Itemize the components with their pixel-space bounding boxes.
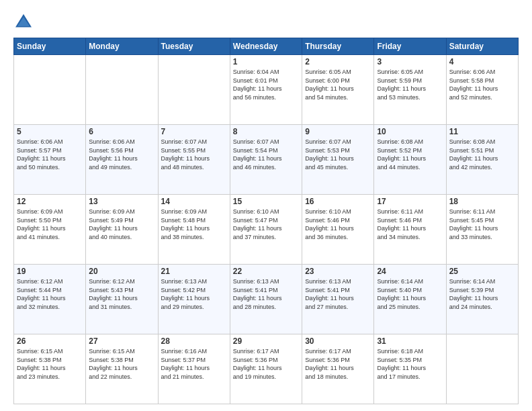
day-number: 25 [449, 267, 515, 276]
day-number: 6 [89, 127, 154, 136]
calendar-cell: 5Sunrise: 6:06 AMSunset: 5:57 PMDaylight… [14, 125, 86, 195]
calendar-cell: 27Sunrise: 6:15 AMSunset: 5:38 PMDayligh… [86, 334, 158, 404]
logo-icon [13, 12, 34, 32]
logo [13, 12, 36, 32]
day-info: Sunrise: 6:10 AMSunset: 5:47 PMDaylight:… [233, 208, 299, 241]
calendar-cell [158, 55, 230, 125]
day-number: 27 [89, 336, 154, 346]
week-row-3: 19Sunrise: 6:12 AMSunset: 5:44 PMDayligh… [14, 265, 519, 334]
day-number: 1 [233, 57, 299, 66]
header-row: SundayMondayTuesdayWednesdayThursdayFrid… [14, 38, 519, 55]
calendar-cell: 30Sunrise: 6:17 AMSunset: 5:36 PMDayligh… [302, 334, 374, 404]
header-day-monday: Monday [86, 38, 158, 55]
day-info: Sunrise: 6:15 AMSunset: 5:38 PMDaylight:… [17, 347, 83, 381]
day-info: Sunrise: 6:05 AMSunset: 5:59 PMDaylight:… [377, 68, 443, 101]
calendar-cell: 12Sunrise: 6:09 AMSunset: 5:50 PMDayligh… [14, 195, 86, 265]
day-number: 2 [305, 57, 371, 66]
calendar-header: SundayMondayTuesdayWednesdayThursdayFrid… [14, 38, 519, 55]
calendar-cell: 21Sunrise: 6:13 AMSunset: 5:42 PMDayligh… [158, 265, 230, 334]
calendar-cell: 22Sunrise: 6:13 AMSunset: 5:41 PMDayligh… [230, 265, 302, 334]
calendar-cell [446, 334, 518, 404]
day-info: Sunrise: 6:06 AMSunset: 5:56 PMDaylight:… [89, 138, 154, 171]
day-info: Sunrise: 6:08 AMSunset: 5:52 PMDaylight:… [377, 138, 443, 171]
day-info: Sunrise: 6:04 AMSunset: 6:01 PMDaylight:… [233, 68, 299, 101]
day-info: Sunrise: 6:11 AMSunset: 5:45 PMDaylight:… [449, 208, 515, 241]
day-number: 5 [17, 127, 83, 136]
calendar-cell: 17Sunrise: 6:11 AMSunset: 5:46 PMDayligh… [374, 195, 446, 265]
day-info: Sunrise: 6:06 AMSunset: 5:57 PMDaylight:… [17, 138, 83, 171]
header-day-sunday: Sunday [14, 38, 86, 55]
day-number: 9 [305, 127, 371, 136]
day-number: 18 [449, 197, 515, 206]
day-number: 3 [377, 57, 443, 66]
calendar-cell: 16Sunrise: 6:10 AMSunset: 5:46 PMDayligh… [302, 195, 374, 265]
day-info: Sunrise: 6:18 AMSunset: 5:35 PMDaylight:… [377, 347, 443, 381]
calendar-cell: 6Sunrise: 6:06 AMSunset: 5:56 PMDaylight… [86, 125, 158, 195]
day-number: 28 [161, 336, 227, 346]
header-day-friday: Friday [374, 38, 446, 55]
day-number: 19 [17, 267, 83, 276]
day-number: 24 [377, 267, 443, 276]
calendar-cell: 4Sunrise: 6:06 AMSunset: 5:58 PMDaylight… [446, 55, 518, 125]
week-row-2: 12Sunrise: 6:09 AMSunset: 5:50 PMDayligh… [14, 195, 519, 265]
header-day-thursday: Thursday [302, 38, 374, 55]
calendar-cell [86, 55, 158, 125]
calendar-cell: 8Sunrise: 6:07 AMSunset: 5:54 PMDaylight… [230, 125, 302, 195]
week-row-0: 1Sunrise: 6:04 AMSunset: 6:01 PMDaylight… [14, 55, 519, 125]
header [13, 12, 519, 32]
day-number: 11 [449, 127, 515, 136]
day-number: 7 [161, 127, 227, 136]
calendar-cell: 29Sunrise: 6:17 AMSunset: 5:36 PMDayligh… [230, 334, 302, 404]
calendar-cell: 31Sunrise: 6:18 AMSunset: 5:35 PMDayligh… [374, 334, 446, 404]
calendar-cell: 11Sunrise: 6:08 AMSunset: 5:51 PMDayligh… [446, 125, 518, 195]
calendar-cell: 7Sunrise: 6:07 AMSunset: 5:55 PMDaylight… [158, 125, 230, 195]
day-number: 16 [305, 197, 371, 206]
day-info: Sunrise: 6:17 AMSunset: 5:36 PMDaylight:… [305, 347, 371, 381]
page: SundayMondayTuesdayWednesdayThursdayFrid… [0, 0, 532, 411]
day-info: Sunrise: 6:12 AMSunset: 5:44 PMDaylight:… [17, 277, 83, 311]
calendar-cell: 28Sunrise: 6:16 AMSunset: 5:37 PMDayligh… [158, 334, 230, 404]
day-info: Sunrise: 6:09 AMSunset: 5:48 PMDaylight:… [161, 208, 227, 241]
calendar-cell: 26Sunrise: 6:15 AMSunset: 5:38 PMDayligh… [14, 334, 86, 404]
day-info: Sunrise: 6:14 AMSunset: 5:40 PMDaylight:… [377, 277, 443, 311]
day-number: 15 [233, 197, 299, 206]
day-info: Sunrise: 6:17 AMSunset: 5:36 PMDaylight:… [233, 347, 299, 381]
day-number: 21 [161, 267, 227, 276]
calendar-cell [14, 55, 86, 125]
day-number: 14 [161, 197, 227, 206]
calendar-cell: 24Sunrise: 6:14 AMSunset: 5:40 PMDayligh… [374, 265, 446, 334]
day-info: Sunrise: 6:14 AMSunset: 5:39 PMDaylight:… [449, 277, 515, 311]
calendar-cell: 1Sunrise: 6:04 AMSunset: 6:01 PMDaylight… [230, 55, 302, 125]
day-number: 10 [377, 127, 443, 136]
day-number: 17 [377, 197, 443, 206]
calendar-cell: 18Sunrise: 6:11 AMSunset: 5:45 PMDayligh… [446, 195, 518, 265]
day-info: Sunrise: 6:08 AMSunset: 5:51 PMDaylight:… [449, 138, 515, 171]
day-info: Sunrise: 6:13 AMSunset: 5:41 PMDaylight:… [305, 277, 371, 311]
day-number: 4 [449, 57, 515, 66]
day-info: Sunrise: 6:07 AMSunset: 5:53 PMDaylight:… [305, 138, 371, 171]
day-info: Sunrise: 6:07 AMSunset: 5:55 PMDaylight:… [161, 138, 227, 171]
calendar-cell: 2Sunrise: 6:05 AMSunset: 6:00 PMDaylight… [302, 55, 374, 125]
day-info: Sunrise: 6:09 AMSunset: 5:50 PMDaylight:… [17, 208, 83, 241]
day-info: Sunrise: 6:12 AMSunset: 5:43 PMDaylight:… [89, 277, 154, 311]
day-info: Sunrise: 6:05 AMSunset: 6:00 PMDaylight:… [305, 68, 371, 101]
day-number: 30 [305, 336, 371, 346]
week-row-1: 5Sunrise: 6:06 AMSunset: 5:57 PMDaylight… [14, 125, 519, 195]
calendar-cell: 23Sunrise: 6:13 AMSunset: 5:41 PMDayligh… [302, 265, 374, 334]
day-info: Sunrise: 6:06 AMSunset: 5:58 PMDaylight:… [449, 68, 515, 101]
day-info: Sunrise: 6:11 AMSunset: 5:46 PMDaylight:… [377, 208, 443, 241]
day-info: Sunrise: 6:09 AMSunset: 5:49 PMDaylight:… [89, 208, 154, 241]
calendar-cell: 25Sunrise: 6:14 AMSunset: 5:39 PMDayligh… [446, 265, 518, 334]
calendar-cell: 19Sunrise: 6:12 AMSunset: 5:44 PMDayligh… [14, 265, 86, 334]
day-info: Sunrise: 6:13 AMSunset: 5:42 PMDaylight:… [161, 277, 227, 311]
day-number: 26 [17, 336, 83, 346]
day-number: 23 [305, 267, 371, 276]
calendar-table: SundayMondayTuesdayWednesdayThursdayFrid… [13, 38, 519, 404]
calendar-cell: 15Sunrise: 6:10 AMSunset: 5:47 PMDayligh… [230, 195, 302, 265]
header-day-wednesday: Wednesday [230, 38, 302, 55]
day-info: Sunrise: 6:10 AMSunset: 5:46 PMDaylight:… [305, 208, 371, 241]
day-info: Sunrise: 6:13 AMSunset: 5:41 PMDaylight:… [233, 277, 299, 311]
calendar-cell: 10Sunrise: 6:08 AMSunset: 5:52 PMDayligh… [374, 125, 446, 195]
day-number: 31 [377, 336, 443, 346]
day-number: 22 [233, 267, 299, 276]
